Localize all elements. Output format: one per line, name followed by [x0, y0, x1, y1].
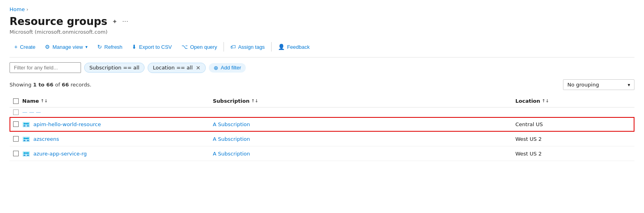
manage-view-button[interactable]: ⚙ Manage view ▾: [40, 41, 93, 52]
location-sort-icon[interactable]: ↑↓: [542, 98, 549, 104]
plus-icon: +: [14, 44, 17, 50]
export-csv-button[interactable]: ⬇ Export to CSV: [127, 41, 176, 52]
svg-point-1: [23, 123, 25, 125]
resource-group-icon-2: [22, 150, 30, 157]
select-all-checkbox[interactable]: [13, 98, 19, 104]
subscription-link-2[interactable]: A Subscription: [213, 151, 250, 157]
table-row: azure-app-service-rg A Subscription West…: [10, 146, 634, 161]
svg-rect-4: [23, 125, 25, 126]
add-filter-button[interactable]: ⊕ Add filter: [209, 63, 246, 73]
page-title: Resource groups: [10, 15, 107, 27]
location-filter-label: Location == all: [153, 65, 193, 71]
column-header-subscription: Subscription ↑↓: [213, 98, 515, 104]
svg-point-8: [27, 138, 29, 139]
row-checkbox-0[interactable]: [13, 121, 19, 127]
svg-rect-10: [23, 140, 25, 141]
subscription-filter-label: Subscription == all: [89, 65, 139, 71]
partial-row-checkbox[interactable]: [13, 109, 19, 115]
location-filter-close-icon[interactable]: ✕: [196, 65, 201, 71]
page-subtitle: Microsoft (microsoft.onmicrosoft.com): [10, 29, 634, 35]
header-checkbox-cell: [10, 98, 22, 104]
resource-group-icon-1: [22, 135, 30, 143]
grouping-label: No grouping: [567, 82, 599, 88]
svg-point-7: [23, 138, 25, 139]
toolbar: + Create ⚙ Manage view ▾ ↻ Refresh ⬇ Exp…: [10, 41, 634, 58]
subscription-filter-badge[interactable]: Subscription == all: [84, 63, 145, 73]
resource-cell-2: azure-app-service-rg: [22, 150, 213, 157]
records-summary: Showing 1 to 66 of 66 records.: [10, 82, 91, 88]
grouping-chevron-icon: ▾: [628, 82, 630, 88]
assign-tags-button[interactable]: 🏷 Assign tags: [226, 41, 270, 52]
column-header-name: Name ↑↓: [22, 98, 213, 104]
records-row: Showing 1 to 66 of 66 records. No groupi…: [10, 79, 634, 90]
add-filter-icon: ⊕: [214, 65, 218, 71]
svg-rect-11: [27, 140, 29, 141]
svg-rect-9: [25, 138, 27, 139]
download-icon: ⬇: [132, 44, 137, 50]
resource-link-2[interactable]: azure-app-service-rg: [33, 151, 87, 157]
resource-cell-1: azscreens: [22, 135, 213, 143]
svg-rect-17: [27, 155, 29, 155]
query-icon: ⌥: [181, 44, 188, 50]
more-options-icon[interactable]: ···: [122, 18, 128, 25]
breadcrumb: Home ›: [10, 6, 634, 12]
subscription-link-0[interactable]: A Subscription: [213, 121, 250, 127]
svg-rect-3: [25, 123, 27, 124]
table-header: Name ↑↓ Subscription ↑↓ Location ↑↓: [10, 95, 634, 107]
table-container: Name ↑↓ Subscription ↑↓ Location ↑↓ — — …: [10, 95, 634, 161]
resource-cell-0: apim-hello-world-resource: [22, 120, 213, 128]
toolbar-divider-1: [224, 42, 224, 52]
svg-point-13: [23, 152, 25, 154]
table-row: azscreens A Subscription West US 2: [10, 132, 634, 146]
open-query-button[interactable]: ⌥ Open query: [177, 41, 222, 52]
table-row: apim-hello-world-resource A Subscription…: [10, 117, 634, 132]
subscription-cell-1: A Subscription: [213, 136, 515, 142]
toolbar-divider-2: [271, 42, 272, 52]
feedback-icon: 👤: [278, 44, 285, 50]
tag-icon: 🏷: [230, 44, 236, 50]
svg-rect-16: [23, 155, 25, 155]
row-checkbox-2[interactable]: [13, 151, 19, 156]
subscription-cell-0: A Subscription: [213, 121, 515, 127]
resource-link-0[interactable]: apim-hello-world-resource: [33, 121, 101, 127]
gear-icon: ⚙: [45, 44, 50, 50]
location-cell-1: West US 2: [515, 136, 634, 142]
svg-rect-5: [27, 125, 29, 126]
svg-rect-15: [25, 153, 27, 154]
refresh-button[interactable]: ↻ Refresh: [93, 41, 127, 52]
feedback-button[interactable]: 👤 Feedback: [273, 41, 314, 52]
breadcrumb-home[interactable]: Home: [10, 6, 25, 12]
chevron-down-icon: ▾: [85, 44, 88, 50]
pin-icon[interactable]: ✦: [112, 18, 117, 25]
resource-group-icon-0: [22, 120, 30, 128]
refresh-icon: ↻: [97, 44, 102, 50]
filter-input[interactable]: [10, 62, 81, 73]
svg-rect-12: [23, 151, 30, 156]
resource-link-1[interactable]: azscreens: [33, 136, 59, 142]
subscription-link-1[interactable]: A Subscription: [213, 136, 250, 142]
create-button[interactable]: + Create: [10, 41, 40, 52]
location-filter-badge[interactable]: Location == all ✕: [148, 63, 206, 73]
svg-point-2: [27, 123, 29, 125]
subscription-cell-2: A Subscription: [213, 150, 515, 157]
page-header: Resource groups ✦ ···: [10, 15, 634, 27]
subscription-sort-icon[interactable]: ↑↓: [251, 98, 258, 104]
svg-rect-0: [23, 122, 30, 127]
partial-row-text: — — —: [22, 109, 213, 115]
name-sort-icon[interactable]: ↑↓: [40, 98, 48, 104]
breadcrumb-separator: ›: [26, 7, 28, 12]
location-cell-0: Central US: [515, 121, 634, 127]
column-header-location: Location ↑↓: [515, 98, 634, 104]
location-cell-2: West US 2: [515, 151, 634, 157]
grouping-dropdown[interactable]: No grouping ▾: [563, 79, 634, 90]
svg-rect-6: [23, 136, 30, 142]
svg-point-14: [27, 152, 29, 154]
filter-row: Subscription == all Location == all ✕ ⊕ …: [10, 62, 634, 73]
partial-table-row: — — —: [10, 107, 634, 117]
row-checkbox-1[interactable]: [13, 136, 19, 142]
